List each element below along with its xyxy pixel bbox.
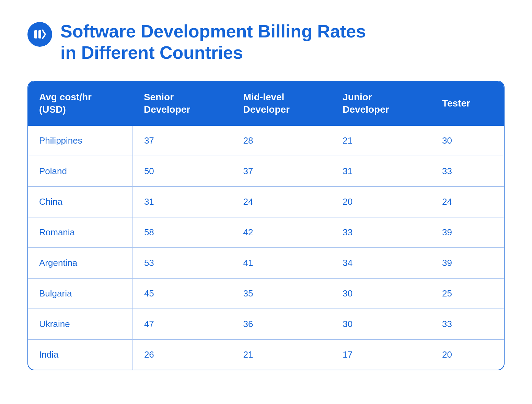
table-row: Poland50373133	[28, 156, 504, 187]
cell-tester-4: 39	[431, 248, 504, 278]
table-row: Philippines37282130	[28, 126, 504, 156]
cell-tester-0: 30	[431, 126, 504, 156]
col-header-tester: Tester	[431, 81, 504, 126]
cell-junior-2: 20	[332, 187, 431, 217]
table-row: Argentina53413439	[28, 248, 504, 278]
cell-country-5: Bulgaria	[28, 278, 133, 309]
cell-country-0: Philippines	[28, 126, 133, 156]
cell-senior-7: 26	[133, 339, 232, 370]
cell-tester-7: 20	[431, 339, 504, 370]
table-header-row: Avg cost/hr(USD) SeniorDeveloper Mid-lev…	[28, 81, 504, 126]
page-header: Software Development Billing Rates in Di…	[27, 21, 366, 64]
col-header-junior: JuniorDeveloper	[332, 81, 431, 126]
cell-junior-6: 30	[332, 309, 431, 339]
cell-midlevel-6: 36	[232, 309, 332, 339]
cell-country-4: Argentina	[28, 248, 133, 278]
cell-junior-0: 21	[332, 126, 431, 156]
cell-senior-1: 50	[133, 156, 232, 187]
cell-junior-7: 17	[332, 339, 431, 370]
brand-logo-icon	[27, 22, 52, 47]
table-row: Ukraine47363033	[28, 309, 504, 339]
cell-tester-2: 24	[431, 187, 504, 217]
svg-rect-1	[38, 30, 41, 38]
cell-tester-3: 39	[431, 217, 504, 248]
cell-tester-1: 33	[431, 156, 504, 187]
col-header-midlevel: Mid-levelDeveloper	[232, 81, 332, 126]
page-title: Software Development Billing Rates in Di…	[60, 21, 366, 64]
cell-tester-6: 33	[431, 309, 504, 339]
cell-senior-6: 47	[133, 309, 232, 339]
cell-country-2: China	[28, 187, 133, 217]
table-row: Bulgaria45353025	[28, 278, 504, 309]
cell-senior-3: 58	[133, 217, 232, 248]
cell-junior-3: 33	[332, 217, 431, 248]
cell-tester-5: 25	[431, 278, 504, 309]
table-row: India26211720	[28, 339, 504, 370]
table-row: Romania58423339	[28, 217, 504, 248]
cell-country-6: Ukraine	[28, 309, 133, 339]
cell-midlevel-4: 41	[232, 248, 332, 278]
cell-midlevel-3: 42	[232, 217, 332, 248]
cell-midlevel-1: 37	[232, 156, 332, 187]
cell-senior-4: 53	[133, 248, 232, 278]
cell-junior-4: 34	[332, 248, 431, 278]
col-header-country: Avg cost/hr(USD)	[28, 81, 133, 126]
cell-country-3: Romania	[28, 217, 133, 248]
svg-rect-0	[34, 30, 37, 38]
cell-senior-0: 37	[133, 126, 232, 156]
col-header-senior: SeniorDeveloper	[133, 81, 232, 126]
cell-senior-2: 31	[133, 187, 232, 217]
cell-junior-1: 31	[332, 156, 431, 187]
cell-midlevel-5: 35	[232, 278, 332, 309]
cell-midlevel-2: 24	[232, 187, 332, 217]
cell-country-1: Poland	[28, 156, 133, 187]
cell-midlevel-0: 28	[232, 126, 332, 156]
table-row: China31242024	[28, 187, 504, 217]
billing-rates-table: Avg cost/hr(USD) SeniorDeveloper Mid-lev…	[28, 81, 504, 370]
cell-midlevel-7: 21	[232, 339, 332, 370]
cell-senior-5: 45	[133, 278, 232, 309]
cell-country-7: India	[28, 339, 133, 370]
cell-junior-5: 30	[332, 278, 431, 309]
billing-rates-table-container: Avg cost/hr(USD) SeniorDeveloper Mid-lev…	[27, 81, 505, 370]
